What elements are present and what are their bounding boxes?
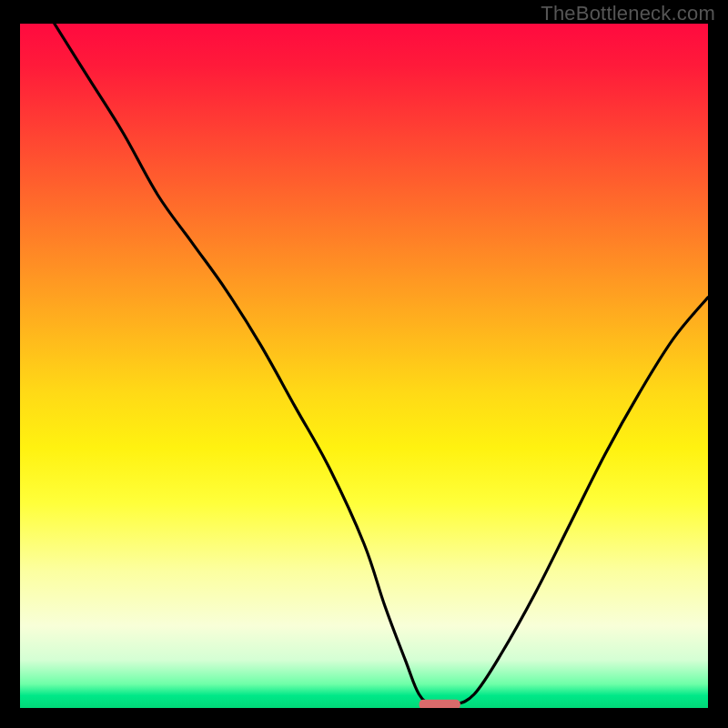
optimal-marker <box>420 700 460 708</box>
plot-svg <box>20 24 708 708</box>
plot-area <box>20 24 708 708</box>
watermark-text: TheBottleneck.com <box>541 2 715 25</box>
bottleneck-curve <box>55 24 708 706</box>
chart-root: TheBottleneck.com <box>0 0 728 728</box>
plot-frame <box>20 24 708 708</box>
